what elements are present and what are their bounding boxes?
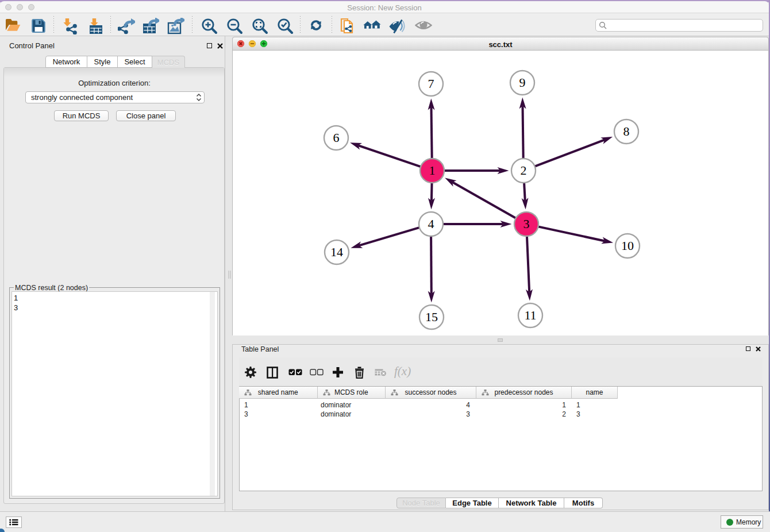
svg-text:3: 3	[523, 217, 530, 231]
svg-text:6: 6	[333, 130, 340, 145]
svg-text:2: 2	[521, 163, 527, 178]
svg-text:8: 8	[623, 124, 630, 138]
svg-text:10: 10	[621, 238, 634, 253]
svg-text:9: 9	[519, 75, 526, 90]
svg-text:1: 1	[429, 163, 436, 178]
svg-text:15: 15	[425, 310, 438, 324]
svg-text:4: 4	[428, 217, 434, 231]
svg-text:14: 14	[330, 245, 343, 259]
svg-text:11: 11	[524, 308, 536, 322]
svg-text:7: 7	[428, 76, 434, 91]
